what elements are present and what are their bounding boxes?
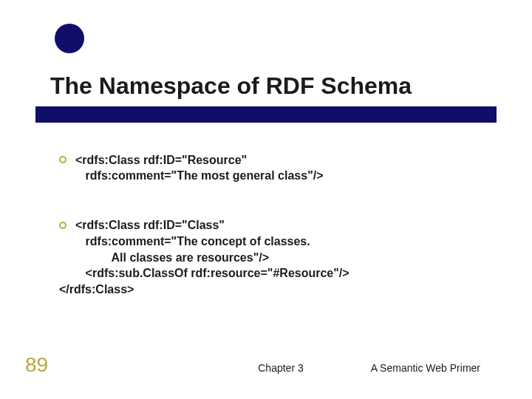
list-bullet-icon: [59, 222, 66, 229]
code-block-1: <rdfs:Class rdf:ID="Resource" rdfs:comme…: [59, 152, 502, 184]
code-line: rdfs:comment="The concept of classes.: [59, 235, 310, 248]
footer-book-title: A Semantic Web Primer: [371, 362, 480, 374]
slide-body: <rdfs:Class rdf:ID="Resource" rdfs:comme…: [59, 136, 502, 313]
code-block-2: <rdfs:Class rdf:ID="Class" rdfs:comment=…: [59, 217, 502, 297]
code-line: </rdfs:Class>: [59, 283, 134, 296]
code-line: rdfs:comment="The most general class"/>: [59, 169, 324, 182]
title-underline: [35, 106, 497, 123]
decorative-bullet: [55, 24, 84, 53]
code-line: <rdfs:sub.ClassOf rdf:resource="#Resourc…: [59, 267, 349, 279]
slide-title: The Namespace of RDF Schema: [50, 72, 412, 100]
code-line: All classes are resources"/>: [59, 251, 269, 264]
code-line: <rdfs:Class rdf:ID="Class": [75, 219, 225, 231]
list-bullet-icon: [59, 156, 66, 163]
code-line: <rdfs:Class rdf:ID="Resource": [75, 154, 247, 166]
